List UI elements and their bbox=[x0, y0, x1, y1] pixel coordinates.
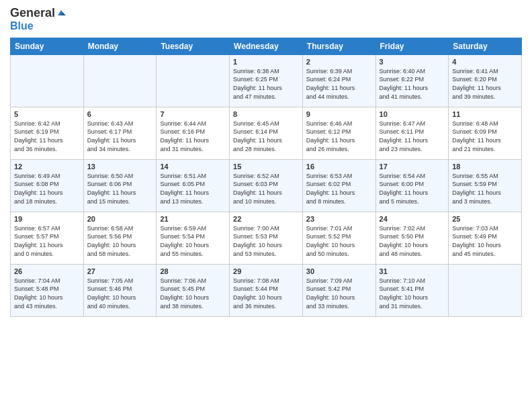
day-number: 15 bbox=[233, 163, 299, 171]
calendar-cell: 8Sunrise: 6:45 AMSunset: 6:14 PMDaylight… bbox=[230, 107, 303, 159]
calendar-body: 1Sunrise: 6:38 AMSunset: 6:25 PMDaylight… bbox=[11, 54, 522, 316]
calendar-cell: 22Sunrise: 7:00 AMSunset: 5:53 PMDayligh… bbox=[230, 212, 303, 264]
calendar-cell: 31Sunrise: 7:10 AMSunset: 5:41 PMDayligh… bbox=[375, 264, 449, 316]
day-info: Sunrise: 6:57 AMSunset: 5:57 PMDaylight:… bbox=[14, 224, 80, 258]
day-number: 5 bbox=[14, 110, 80, 118]
day-info: Sunrise: 6:39 AMSunset: 6:24 PMDaylight:… bbox=[306, 67, 372, 101]
logo-text-general: General bbox=[10, 7, 55, 20]
logo-icon bbox=[56, 9, 66, 18]
day-number: 22 bbox=[233, 215, 299, 223]
day-info: Sunrise: 7:06 AMSunset: 5:45 PMDaylight:… bbox=[160, 277, 226, 310]
page-container: General Blue SundayMondayTuesdayWednesda… bbox=[0, 0, 532, 411]
day-info: Sunrise: 6:44 AMSunset: 6:16 PMDaylight:… bbox=[160, 120, 226, 153]
weekday-header-tuesday: Tuesday bbox=[157, 38, 230, 54]
day-number: 3 bbox=[380, 58, 445, 66]
calendar-cell: 19Sunrise: 6:57 AMSunset: 5:57 PMDayligh… bbox=[11, 212, 84, 264]
calendar-cell: 30Sunrise: 7:09 AMSunset: 5:42 PMDayligh… bbox=[302, 264, 375, 316]
logo: General Blue bbox=[10, 7, 66, 32]
calendar-header: SundayMondayTuesdayWednesdayThursdayFrid… bbox=[11, 38, 522, 54]
calendar-cell: 15Sunrise: 6:52 AMSunset: 6:03 PMDayligh… bbox=[230, 159, 303, 212]
day-info: Sunrise: 7:08 AMSunset: 5:44 PMDaylight:… bbox=[233, 277, 299, 310]
day-number: 19 bbox=[14, 215, 80, 223]
day-number: 28 bbox=[160, 267, 226, 275]
day-number: 14 bbox=[160, 163, 226, 171]
day-number: 9 bbox=[306, 110, 372, 118]
day-info: Sunrise: 6:46 AMSunset: 6:12 PMDaylight:… bbox=[306, 120, 372, 153]
day-info: Sunrise: 6:41 AMSunset: 6:20 PMDaylight:… bbox=[452, 67, 518, 101]
day-number: 16 bbox=[306, 163, 372, 171]
calendar-cell: 26Sunrise: 7:04 AMSunset: 5:48 PMDayligh… bbox=[11, 264, 84, 316]
calendar-cell: 9Sunrise: 6:46 AMSunset: 6:12 PMDaylight… bbox=[302, 107, 375, 159]
calendar-cell bbox=[83, 54, 157, 107]
day-number: 1 bbox=[233, 58, 299, 66]
calendar-week-1: 1Sunrise: 6:38 AMSunset: 6:25 PMDaylight… bbox=[11, 54, 522, 107]
day-info: Sunrise: 7:02 AMSunset: 5:50 PMDaylight:… bbox=[380, 224, 445, 258]
calendar-week-2: 5Sunrise: 6:42 AMSunset: 6:19 PMDaylight… bbox=[11, 107, 522, 159]
calendar-cell: 2Sunrise: 6:39 AMSunset: 6:24 PMDaylight… bbox=[302, 54, 375, 107]
day-number: 23 bbox=[306, 215, 372, 223]
weekday-header-saturday: Saturday bbox=[449, 38, 522, 54]
day-info: Sunrise: 6:58 AMSunset: 5:56 PMDaylight:… bbox=[87, 224, 153, 258]
calendar-cell: 16Sunrise: 6:53 AMSunset: 6:02 PMDayligh… bbox=[302, 159, 375, 212]
calendar-cell: 29Sunrise: 7:08 AMSunset: 5:44 PMDayligh… bbox=[230, 264, 303, 316]
calendar-cell: 17Sunrise: 6:54 AMSunset: 6:00 PMDayligh… bbox=[375, 159, 449, 212]
calendar-cell: 6Sunrise: 6:43 AMSunset: 6:17 PMDaylight… bbox=[83, 107, 157, 159]
day-number: 21 bbox=[160, 215, 226, 223]
day-info: Sunrise: 6:53 AMSunset: 6:02 PMDaylight:… bbox=[306, 172, 372, 205]
calendar-cell: 25Sunrise: 7:03 AMSunset: 5:49 PMDayligh… bbox=[449, 212, 522, 264]
day-info: Sunrise: 6:52 AMSunset: 6:03 PMDaylight:… bbox=[233, 172, 299, 205]
calendar-cell: 28Sunrise: 7:06 AMSunset: 5:45 PMDayligh… bbox=[157, 264, 230, 316]
day-info: Sunrise: 6:48 AMSunset: 6:09 PMDaylight:… bbox=[452, 120, 518, 153]
calendar-table: SundayMondayTuesdayWednesdayThursdayFrid… bbox=[10, 38, 522, 317]
calendar-week-5: 26Sunrise: 7:04 AMSunset: 5:48 PMDayligh… bbox=[11, 264, 522, 316]
day-info: Sunrise: 6:42 AMSunset: 6:19 PMDaylight:… bbox=[14, 120, 80, 153]
weekday-header-wednesday: Wednesday bbox=[230, 38, 303, 54]
day-number: 7 bbox=[160, 110, 226, 118]
day-number: 27 bbox=[87, 267, 153, 275]
calendar-cell: 13Sunrise: 6:50 AMSunset: 6:06 PMDayligh… bbox=[83, 159, 157, 212]
day-info: Sunrise: 6:51 AMSunset: 6:05 PMDaylight:… bbox=[160, 172, 226, 205]
day-number: 6 bbox=[87, 110, 153, 118]
day-info: Sunrise: 7:03 AMSunset: 5:49 PMDaylight:… bbox=[452, 224, 518, 258]
day-number: 17 bbox=[380, 163, 445, 171]
day-number: 24 bbox=[380, 215, 445, 223]
day-number: 31 bbox=[380, 267, 445, 275]
calendar-cell bbox=[157, 54, 230, 107]
calendar-cell: 4Sunrise: 6:41 AMSunset: 6:20 PMDaylight… bbox=[449, 54, 522, 107]
day-number: 29 bbox=[233, 267, 299, 275]
calendar-cell: 24Sunrise: 7:02 AMSunset: 5:50 PMDayligh… bbox=[375, 212, 449, 264]
calendar-cell: 20Sunrise: 6:58 AMSunset: 5:56 PMDayligh… bbox=[83, 212, 157, 264]
calendar-cell bbox=[11, 54, 84, 107]
day-number: 12 bbox=[14, 163, 80, 171]
day-number: 18 bbox=[452, 163, 518, 171]
weekday-header-friday: Friday bbox=[375, 38, 449, 54]
day-info: Sunrise: 6:43 AMSunset: 6:17 PMDaylight:… bbox=[87, 120, 153, 153]
day-number: 10 bbox=[380, 110, 445, 118]
calendar-cell: 12Sunrise: 6:49 AMSunset: 6:08 PMDayligh… bbox=[11, 159, 84, 212]
day-info: Sunrise: 7:05 AMSunset: 5:46 PMDaylight:… bbox=[87, 277, 153, 310]
day-info: Sunrise: 6:38 AMSunset: 6:25 PMDaylight:… bbox=[233, 67, 299, 101]
day-info: Sunrise: 6:54 AMSunset: 6:00 PMDaylight:… bbox=[380, 172, 445, 205]
day-number: 8 bbox=[233, 110, 299, 118]
day-number: 20 bbox=[87, 215, 153, 223]
calendar-cell: 11Sunrise: 6:48 AMSunset: 6:09 PMDayligh… bbox=[449, 107, 522, 159]
day-number: 30 bbox=[306, 267, 372, 275]
calendar-cell: 1Sunrise: 6:38 AMSunset: 6:25 PMDaylight… bbox=[230, 54, 303, 107]
logo-text-blue: Blue bbox=[10, 20, 34, 32]
calendar-cell: 23Sunrise: 7:01 AMSunset: 5:52 PMDayligh… bbox=[302, 212, 375, 264]
calendar-week-4: 19Sunrise: 6:57 AMSunset: 5:57 PMDayligh… bbox=[11, 212, 522, 264]
weekday-row: SundayMondayTuesdayWednesdayThursdayFrid… bbox=[11, 38, 522, 54]
day-info: Sunrise: 7:01 AMSunset: 5:52 PMDaylight:… bbox=[306, 224, 372, 258]
calendar-cell: 5Sunrise: 6:42 AMSunset: 6:19 PMDaylight… bbox=[11, 107, 84, 159]
day-number: 25 bbox=[452, 215, 518, 223]
day-info: Sunrise: 6:47 AMSunset: 6:11 PMDaylight:… bbox=[380, 120, 445, 153]
day-info: Sunrise: 7:04 AMSunset: 5:48 PMDaylight:… bbox=[14, 277, 80, 310]
day-number: 11 bbox=[452, 110, 518, 118]
calendar-cell: 3Sunrise: 6:40 AMSunset: 6:22 PMDaylight… bbox=[375, 54, 449, 107]
day-info: Sunrise: 7:09 AMSunset: 5:42 PMDaylight:… bbox=[306, 277, 372, 310]
day-info: Sunrise: 6:40 AMSunset: 6:22 PMDaylight:… bbox=[380, 67, 445, 101]
day-number: 2 bbox=[306, 58, 372, 66]
calendar-cell: 18Sunrise: 6:55 AMSunset: 5:59 PMDayligh… bbox=[449, 159, 522, 212]
calendar-cell: 27Sunrise: 7:05 AMSunset: 5:46 PMDayligh… bbox=[83, 264, 157, 316]
calendar-cell: 14Sunrise: 6:51 AMSunset: 6:05 PMDayligh… bbox=[157, 159, 230, 212]
